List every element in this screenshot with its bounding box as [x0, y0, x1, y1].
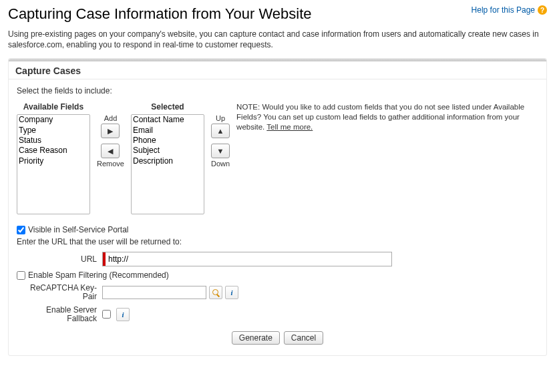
list-item[interactable]: Contact Name	[132, 115, 204, 125]
available-label: Available Fields	[23, 102, 83, 112]
spam-filter-label: Enable Spam Filtering (Recommended)	[28, 270, 169, 280]
up-label: Up	[216, 114, 225, 122]
url-input[interactable]	[106, 252, 391, 266]
fallback-checkbox[interactable]	[102, 310, 111, 319]
search-icon	[212, 288, 220, 297]
return-url-prompt: Enter the URL that the user will be retu…	[17, 237, 538, 246]
up-button[interactable]: ▲	[211, 124, 230, 138]
info-icon: i	[122, 311, 124, 319]
remove-button[interactable]: ◀	[101, 144, 120, 158]
url-label: URL	[17, 254, 102, 264]
list-item[interactable]: Case Reason	[17, 146, 89, 156]
list-item[interactable]: Status	[17, 136, 89, 146]
help-icon[interactable]: ?	[538, 5, 547, 15]
selected-label: Selected	[151, 102, 184, 112]
fallback-info-button[interactable]: i	[116, 308, 130, 321]
down-button[interactable]: ▼	[211, 144, 230, 158]
remove-label: Remove	[97, 160, 124, 168]
recaptcha-info-button[interactable]: i	[225, 286, 238, 299]
selected-fields-list[interactable]: Contact NameEmailPhoneSubjectDescription	[131, 114, 204, 214]
generate-button[interactable]: Generate	[232, 331, 280, 345]
spam-filter-checkbox[interactable]	[17, 271, 25, 280]
info-icon: i	[230, 288, 232, 297]
down-label: Down	[211, 160, 230, 168]
visible-label: Visible in Self-Service Portal	[28, 225, 129, 234]
list-item[interactable]: Subject	[132, 146, 204, 156]
section-title: Capture Cases	[9, 61, 546, 79]
tell-me-more-link[interactable]: Tell me more.	[266, 123, 313, 131]
recaptcha-input[interactable]	[102, 286, 206, 299]
list-item[interactable]: Description	[132, 156, 204, 166]
available-fields-list[interactable]: CompanyTypeStatusCase ReasonPriority	[17, 114, 90, 214]
add-button[interactable]: ▶	[101, 124, 120, 138]
cancel-button[interactable]: Cancel	[284, 331, 323, 345]
page-title: Capturing Case Information from Your Web…	[8, 5, 312, 23]
list-item[interactable]: Email	[132, 126, 204, 136]
capture-panel: Capture Cases Select the fields to inclu…	[8, 58, 547, 356]
help-link[interactable]: Help for this Page	[472, 5, 535, 15]
recaptcha-lookup-button[interactable]	[209, 286, 222, 299]
page-intro: Using pre-existing pages on your company…	[8, 29, 547, 50]
fallback-label: Enable Server Fallback	[17, 306, 102, 323]
visible-checkbox[interactable]	[17, 226, 25, 234]
list-item[interactable]: Company	[17, 115, 89, 125]
list-item[interactable]: Type	[17, 126, 89, 136]
recaptcha-label: ReCAPTCHA Key-Pair	[17, 284, 102, 301]
fields-prompt: Select the fields to include:	[17, 86, 538, 95]
custom-fields-note: NOTE: Would you like to add custom field…	[236, 102, 538, 132]
list-item[interactable]: Priority	[17, 156, 89, 166]
add-label: Add	[104, 114, 118, 122]
list-item[interactable]: Phone	[132, 136, 204, 146]
